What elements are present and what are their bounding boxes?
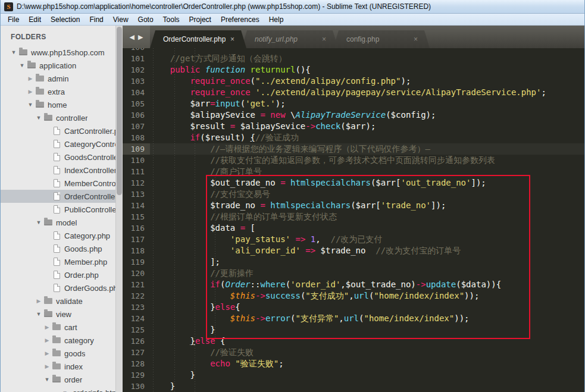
code-line-120[interactable]: 120 //更新操作: [123, 268, 584, 279]
sidebar-item-cart[interactable]: ▶cart: [1, 321, 123, 334]
code-line-118[interactable]: 118 'ali_order_id' => $trade_no //改为支付宝的…: [123, 245, 584, 256]
code-line-113[interactable]: 113 //支付宝交易号: [123, 189, 584, 200]
menu-item-help[interactable]: Help: [264, 14, 289, 25]
sidebar-item-www-php15shop-com[interactable]: ▼www.php15shop.com: [1, 46, 123, 59]
line-text: 'pay_status' => 1, //改为已支付: [150, 234, 584, 245]
chevron-down-icon[interactable]: ▼: [11, 49, 17, 55]
sidebar-item-application[interactable]: ▼application: [1, 59, 123, 72]
sidebar-scrollbar[interactable]: [115, 26, 123, 392]
chevron-right-icon[interactable]: ▶: [27, 76, 33, 81]
menu-item-selection[interactable]: Selection: [46, 14, 85, 25]
line-number: 117: [123, 234, 150, 245]
sidebar-item-categorycontroller-php[interactable]: CategoryController.php: [1, 137, 123, 150]
code-line-122[interactable]: 122 $this->success("支付成功",url("home/inde…: [123, 290, 584, 302]
line-number: 122: [123, 290, 150, 302]
chevron-right-icon[interactable]: ▶: [36, 298, 42, 304]
tab-scroll-right-icon[interactable]: ▶: [138, 33, 143, 41]
sidebar-item-validate[interactable]: ▶validate: [1, 294, 123, 308]
chevron-down-icon[interactable]: ▼: [44, 377, 50, 382]
chevron-down-icon[interactable]: ▼: [27, 102, 33, 108]
code-line-125[interactable]: 125 }: [123, 324, 584, 335]
close-icon[interactable]: ×: [230, 35, 234, 43]
tree-item-label: home: [48, 101, 67, 109]
sidebar-item-cartcontroller-php[interactable]: CartController.php: [1, 124, 123, 137]
code-line-108[interactable]: 108 if($result) {//验证成功: [123, 132, 584, 143]
menu-item-edit[interactable]: Edit: [24, 14, 46, 25]
chevron-right-icon[interactable]: ▶: [44, 350, 50, 356]
sidebar-item-view[interactable]: ▼view: [1, 308, 123, 321]
chevron-right-icon[interactable]: ▶: [27, 89, 33, 95]
code-line-111[interactable]: 111 //商户订单号: [123, 166, 584, 177]
code-line-105[interactable]: 105 $arr=input('get.');: [123, 98, 584, 109]
line-number: 107: [123, 121, 150, 132]
tree-item-label: Member.php: [64, 258, 107, 266]
sidebar-item-goods-php[interactable]: Goods.php: [1, 242, 123, 255]
code-line-114[interactable]: 114 $trade_no = htmlspecialchars($arr['t…: [123, 200, 584, 211]
close-icon[interactable]: ×: [322, 35, 326, 43]
code-line-119[interactable]: 119 ];: [123, 256, 584, 268]
chevron-right-icon[interactable]: ▶: [44, 337, 50, 343]
sidebar-item-goodscontroller-php[interactable]: GoodsController.php: [1, 150, 123, 164]
code-line-130[interactable]: 130 }: [123, 381, 584, 392]
code-line-128[interactable]: 128 echo "验证失败";: [123, 358, 584, 369]
sidebar-item-controller[interactable]: ▼controller: [1, 111, 123, 124]
menu-item-goto[interactable]: Goto: [133, 14, 158, 25]
tab-ordercontroller-php[interactable]: OrderController.php×: [150, 30, 246, 48]
sidebar-item-ordergoods-php[interactable]: OrderGoods.php: [1, 281, 123, 294]
code-line-101[interactable]: 101 //get方式同步通知（会跳转）: [123, 53, 584, 64]
code-line-126[interactable]: 126 }else {: [123, 335, 584, 347]
chevron-down-icon[interactable]: ▼: [36, 311, 42, 317]
line-number: 110: [123, 155, 150, 166]
code-line-127[interactable]: 127 //验证失败: [123, 347, 584, 358]
menu-item-file[interactable]: File: [3, 14, 24, 25]
sidebar-item-category[interactable]: ▶category: [1, 334, 123, 347]
sidebar-item-extra[interactable]: ▶extra: [1, 85, 123, 98]
sidebar-item-index[interactable]: ▶index: [1, 360, 123, 373]
sidebar-item-category-php[interactable]: Category.php: [1, 229, 123, 242]
sidebar-item-ordercontroller-php[interactable]: OrderController.php: [1, 190, 123, 203]
chevron-right-icon[interactable]: ▶: [44, 363, 50, 369]
sidebar-item-membercontroller-php[interactable]: MemberController.php: [1, 177, 123, 190]
sidebar-item-orderinfo-html[interactable]: <>orderinfo.html: [1, 386, 123, 392]
sidebar-item-indexcontroller-php[interactable]: IndexController.php: [1, 164, 123, 177]
code-line-112[interactable]: 112 $out_trade_no = htmlspecialchars($ar…: [123, 177, 584, 189]
close-icon[interactable]: ×: [414, 35, 418, 43]
sidebar-item-publiccontroller-php[interactable]: PublicController.php: [1, 203, 123, 216]
code-line-129[interactable]: 129 }: [123, 369, 584, 381]
chevron-down-icon[interactable]: ▼: [36, 219, 42, 225]
sidebar-item-goods[interactable]: ▶goods: [1, 347, 123, 360]
code-line-104[interactable]: 104 require_once '../extend/alipay/pagep…: [123, 87, 584, 98]
menu-item-project[interactable]: Project: [184, 14, 216, 25]
chevron-down-icon[interactable]: ▼: [19, 62, 25, 68]
chevron-down-icon[interactable]: ▼: [36, 115, 42, 121]
code-line-121[interactable]: 121 if(Order::where('order_id',$out_trad…: [123, 279, 584, 290]
code-line-107[interactable]: 107 $result = $alipaySevice->check($arr)…: [123, 121, 584, 132]
sidebar-item-member-php[interactable]: Member.php: [1, 255, 123, 268]
sidebar-item-home[interactable]: ▼home: [1, 98, 123, 111]
sidebar-scrollbar-thumb[interactable]: [117, 27, 122, 195]
code-line-109[interactable]: 109 //—请根据您的业务逻辑来编写程序（以下代码仅作参考）—: [123, 143, 584, 155]
code-line-117[interactable]: 117 'pay_status' => 1, //改为已支付: [123, 234, 584, 245]
sidebar-item-model[interactable]: ▼model: [1, 216, 123, 229]
sidebar-item-order-php[interactable]: Order.php: [1, 268, 123, 281]
menu-item-tools[interactable]: Tools: [158, 14, 184, 25]
code-line-100[interactable]: 100: [123, 48, 584, 53]
code-line-110[interactable]: 110 //获取支付宝的通知返回参数，可参考技术文档中页面跳转同步通知参数列表: [123, 155, 584, 166]
sidebar-item-admin[interactable]: ▶admin: [1, 72, 123, 85]
code-line-102[interactable]: 102 public function returnurl(){: [123, 64, 584, 76]
code-line-116[interactable]: 116 $data = [: [123, 222, 584, 234]
menu-item-preferences[interactable]: Preferences: [216, 14, 264, 25]
sidebar-item-order[interactable]: ▼order: [1, 373, 123, 386]
code-line-106[interactable]: 106 $alipaySevice = new \AlipayTradeServ…: [123, 109, 584, 121]
tab-notify-url-php[interactable]: notify_url.php×: [242, 30, 338, 48]
code-line-115[interactable]: 115 //根据订单的订单号更新支付状态: [123, 211, 584, 222]
chevron-right-icon[interactable]: ▶: [44, 324, 50, 330]
menu-item-find[interactable]: Find: [85, 14, 108, 25]
code-line-103[interactable]: 103 require_once("../extend/alipay/confi…: [123, 76, 584, 87]
code-line-123[interactable]: 123 }else{: [123, 302, 584, 313]
tab-config-php[interactable]: config.php×: [333, 30, 430, 48]
menu-item-view[interactable]: View: [108, 14, 133, 25]
code-line-124[interactable]: 124 $this->error("支付异常",url("home/index/…: [123, 313, 584, 324]
tree-item-label: application: [39, 61, 76, 70]
tab-scroll-left-icon[interactable]: ◀: [130, 33, 134, 41]
